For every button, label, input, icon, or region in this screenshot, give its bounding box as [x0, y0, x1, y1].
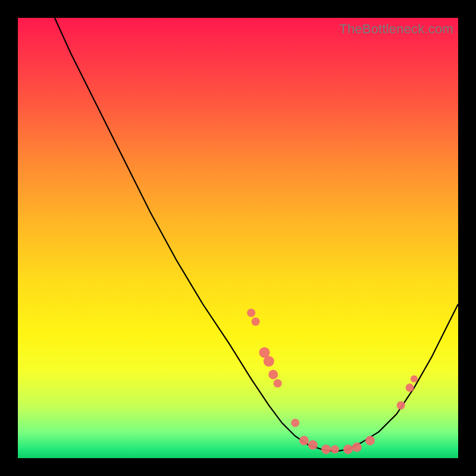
- marker-dot: [411, 375, 418, 383]
- bottleneck-curve: [49, 18, 458, 452]
- chart-svg: [18, 18, 458, 458]
- marker-dot: [397, 401, 405, 409]
- marker-dot: [331, 445, 339, 453]
- marker-dot: [252, 318, 260, 326]
- marker-dot: [308, 440, 318, 450]
- marker-dot: [343, 444, 353, 454]
- marker-dot: [365, 436, 375, 445]
- marker-dot: [406, 384, 414, 392]
- marker-group: [247, 309, 418, 454]
- marker-dot: [268, 369, 278, 379]
- marker-dot: [264, 356, 274, 367]
- chart-frame: TheBottleneck.com: [18, 18, 458, 458]
- marker-dot: [274, 379, 282, 387]
- watermark-text: TheBottleneck.com: [339, 21, 453, 37]
- marker-dot: [321, 444, 331, 454]
- marker-dot: [352, 443, 362, 452]
- marker-dot: [299, 436, 309, 445]
- marker-dot: [291, 419, 299, 427]
- marker-dot: [247, 309, 255, 317]
